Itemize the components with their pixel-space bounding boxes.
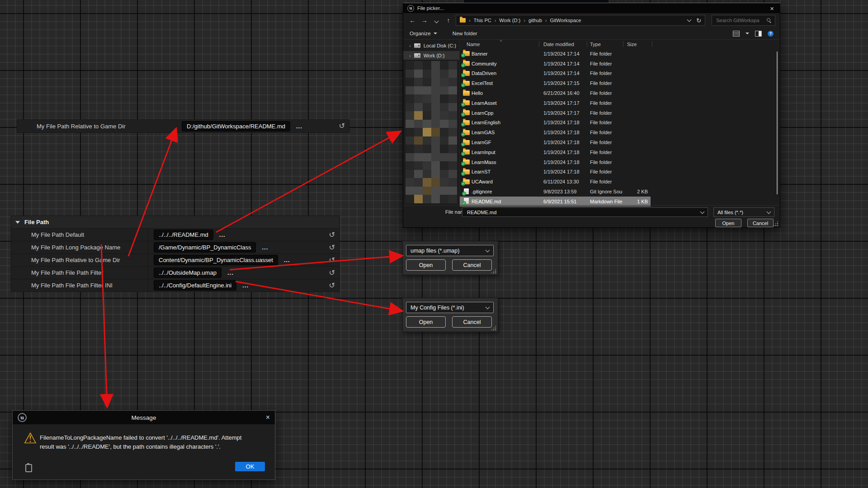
breadcrumb-label[interactable]: github xyxy=(528,18,542,23)
close-icon[interactable]: × xyxy=(266,414,270,421)
file-name-combobox[interactable] xyxy=(462,207,708,217)
browse-ellipsis-button[interactable]: ... xyxy=(284,257,290,263)
category-header-file-path[interactable]: File Path xyxy=(11,216,340,229)
reset-to-default-icon[interactable]: ↺ xyxy=(329,231,335,239)
tree-item-drive[interactable]: › Local Disk (C:) xyxy=(403,41,459,50)
file-type-filter-dropdown[interactable]: umap files (*.umap) xyxy=(406,245,494,256)
reset-to-default-icon[interactable]: ↺ xyxy=(339,122,345,130)
new-folder-button[interactable]: New folder xyxy=(453,31,477,36)
file-row[interactable]: LearnAsset 1/19/2024 17:17 File folder xyxy=(460,98,651,108)
path-value-field[interactable]: Content/Dynamic/BP_DynamicClass.uasset xyxy=(154,255,278,265)
breadcrumb-item[interactable]: GitWorkspace › xyxy=(550,18,581,23)
resize-grip[interactable] xyxy=(492,326,496,330)
path-value-field[interactable]: ../../../README.md xyxy=(154,230,213,240)
file-row[interactable]: DataDriven 1/19/2024 17:14 File folder xyxy=(460,69,651,79)
address-dropdown-chevron-icon[interactable] xyxy=(687,18,692,22)
recent-locations-chevron-icon[interactable] xyxy=(432,17,441,24)
search-input[interactable] xyxy=(715,17,760,23)
view-options-icon[interactable] xyxy=(733,31,740,37)
file-row[interactable]: LearnGF 1/19/2024 17:18 File folder xyxy=(460,137,651,147)
reset-to-default-icon[interactable]: ↺ xyxy=(329,257,335,264)
search-icon xyxy=(767,18,772,23)
file-row[interactable]: LearnGAS 1/19/2024 17:18 File folder xyxy=(460,127,651,137)
resize-grip[interactable] xyxy=(774,222,778,226)
file-type-icon xyxy=(463,140,470,145)
expand-chevron-icon[interactable]: › xyxy=(409,43,411,48)
column-header-name[interactable]: Name xyxy=(467,42,480,47)
details-file-path-section: File Path My File Path Default ../../../… xyxy=(11,216,340,292)
address-bar[interactable]: › This PC › Work (D:) › xyxy=(456,15,705,26)
title-bar[interactable]: u File picker... × xyxy=(403,3,780,13)
cancel-button[interactable]: Cancel xyxy=(747,219,774,227)
property-row: My File Path Long Package Name /Game/Dyn… xyxy=(11,241,340,254)
column-divider[interactable] xyxy=(623,41,623,47)
file-name-input[interactable] xyxy=(466,209,701,216)
file-row[interactable]: Hello 6/21/2024 16:40 File folder xyxy=(460,88,651,98)
search-box[interactable] xyxy=(712,15,775,26)
column-divider[interactable] xyxy=(587,41,587,47)
file-row[interactable]: LearnMass 1/19/2024 17:18 File folder xyxy=(460,157,651,167)
column-header-size[interactable]: Size xyxy=(627,42,637,47)
censored-mosaic xyxy=(406,61,457,203)
breadcrumb-item[interactable]: This PC › xyxy=(474,18,496,23)
file-row[interactable]: LearnInput 1/19/2024 17:18 File folder xyxy=(460,147,651,157)
file-row[interactable]: Banner 1/19/2024 17:14 File folder xyxy=(460,49,651,59)
path-value-field[interactable]: /Game/Dynamic/BP_DynamicClass xyxy=(154,242,256,253)
column-divider[interactable] xyxy=(539,41,539,47)
file-row[interactable]: .gitignore 9/8/2023 13:59 Git Ignore Sou… xyxy=(460,187,651,197)
file-type-filter-dropdown[interactable]: My Config Files (*.ini) xyxy=(406,302,494,313)
cancel-button[interactable]: Cancel xyxy=(452,316,492,328)
view-options-chevron-icon[interactable] xyxy=(745,33,749,34)
refresh-icon[interactable]: ↻ xyxy=(696,17,701,24)
browse-ellipsis-button[interactable]: ... xyxy=(262,244,268,251)
breadcrumb-label[interactable]: This PC xyxy=(474,18,491,23)
chevron-down-icon[interactable] xyxy=(700,209,705,214)
organize-menu[interactable]: Organize xyxy=(410,31,437,36)
collapse-triangle-icon[interactable] xyxy=(15,221,20,224)
browse-ellipsis-button[interactable]: ... xyxy=(219,231,226,238)
file-row[interactable]: LearnCpp 1/19/2024 17:17 File folder xyxy=(460,108,651,118)
ok-button[interactable]: OK xyxy=(235,462,265,471)
reset-to-default-icon[interactable]: ↺ xyxy=(329,244,335,251)
browse-ellipsis-button[interactable]: ... xyxy=(296,123,302,130)
file-row[interactable]: UCAward 6/11/2024 13:30 File folder xyxy=(460,177,651,187)
copy-to-clipboard-icon[interactable] xyxy=(25,464,32,472)
close-icon[interactable]: × xyxy=(770,5,776,12)
browse-ellipsis-button[interactable]: ... xyxy=(227,269,234,276)
open-button[interactable]: Open xyxy=(406,316,446,328)
title-bar[interactable]: u Message × xyxy=(13,411,275,424)
property-row: My File Path File Path Filter ../../Outs… xyxy=(11,267,340,279)
path-value-field[interactable]: ../../Config/DefaultEngine.ini xyxy=(154,280,236,291)
reset-to-default-icon[interactable]: ↺ xyxy=(329,269,335,277)
path-value-field[interactable]: D:/github/GitWorkspace/README.md xyxy=(182,121,290,131)
browse-ellipsis-button[interactable]: ... xyxy=(242,282,249,289)
file-row[interactable]: ExcelTest 1/19/2024 17:15 File folder xyxy=(460,78,651,88)
up-icon[interactable]: ↑ xyxy=(443,17,453,24)
file-type-filter-dropdown[interactable]: All files (*.*) xyxy=(713,207,774,217)
column-header-date[interactable]: Date modified xyxy=(543,42,574,47)
column-divider[interactable] xyxy=(652,41,652,47)
reset-to-default-icon[interactable]: ↺ xyxy=(329,282,335,289)
cancel-button[interactable]: Cancel xyxy=(452,259,492,271)
organize-label: Organize xyxy=(410,31,431,36)
open-button[interactable]: Open xyxy=(406,259,446,271)
file-row[interactable]: LearnST 1/19/2024 17:18 File folder xyxy=(460,167,651,177)
resize-grip[interactable] xyxy=(492,269,496,273)
expand-chevron-icon[interactable]: › xyxy=(409,53,411,58)
file-row[interactable]: Community 1/19/2024 17:14 File folder xyxy=(460,59,651,69)
column-header-type[interactable]: Type xyxy=(590,42,601,47)
breadcrumb-label[interactable]: GitWorkspace xyxy=(550,18,581,23)
back-icon[interactable]: ← xyxy=(408,17,417,24)
open-button[interactable]: Open xyxy=(715,219,741,227)
file-row[interactable]: LearnEnglish 1/19/2024 17:18 File folder xyxy=(460,118,651,128)
scrollbar[interactable] xyxy=(777,52,778,194)
tree-item-drive[interactable]: › Work (D:) xyxy=(403,51,459,60)
breadcrumb-item[interactable]: github › xyxy=(528,18,547,23)
forward-icon[interactable]: → xyxy=(420,17,429,24)
file-type: File folder xyxy=(585,80,623,86)
breadcrumb-item[interactable]: Work (D:) › xyxy=(499,18,525,23)
preview-pane-icon[interactable] xyxy=(755,31,762,37)
help-icon[interactable]: ? xyxy=(768,31,774,37)
path-value-field[interactable]: ../../OutsideMap.umap xyxy=(154,267,222,278)
breadcrumb-label[interactable]: Work (D:) xyxy=(499,18,520,23)
